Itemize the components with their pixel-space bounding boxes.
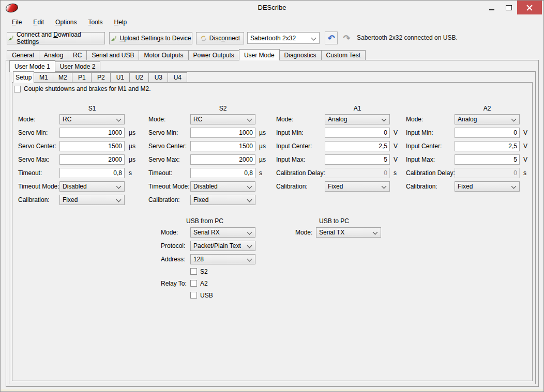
s1-servo-min-label: Servo Min: xyxy=(18,128,48,138)
tab-diagnostics[interactable]: Diagnostics xyxy=(279,50,322,60)
s1-timeout-mode-select[interactable]: Disabled xyxy=(59,181,125,192)
upload-settings-button[interactable]: Upload Settings to Device xyxy=(109,32,192,44)
redo-button[interactable]: ↷ xyxy=(340,32,353,44)
chevron-down-icon xyxy=(247,197,252,202)
a1-input-min-input[interactable] xyxy=(325,128,390,138)
relay-usb-label: USB xyxy=(200,290,213,301)
tab-analog[interactable]: Analog xyxy=(39,50,68,60)
a1-input-max-input[interactable] xyxy=(325,154,390,165)
a2-input-center-label: Input Center: xyxy=(406,141,442,151)
connect-download-button[interactable]: Connect and Download Settings xyxy=(7,32,105,44)
usb-from-mode-select[interactable]: Serial RX xyxy=(190,227,255,238)
a2-input-min-input[interactable] xyxy=(455,128,520,138)
s1-mode-label: Mode: xyxy=(18,114,35,124)
tab-custom-test[interactable]: Custom Test xyxy=(321,50,366,60)
chevron-down-icon xyxy=(247,117,252,122)
a2-calibration-delay-label: Calibration Delay: xyxy=(406,168,455,178)
a2-input-max-unit: V xyxy=(523,154,527,165)
tab-m1[interactable]: M1 xyxy=(34,72,53,82)
tab-rc[interactable]: RC xyxy=(68,50,87,60)
titlebar: DEScribe xyxy=(1,1,543,15)
user-mode-tabstrip: User Mode 1 User Mode 2 xyxy=(9,61,100,71)
undo-icon: ↶ xyxy=(327,33,335,43)
s1-calibration-label: Calibration: xyxy=(18,195,50,205)
a2-mode-select[interactable]: Analog xyxy=(455,114,520,124)
upload-arrow-icon xyxy=(110,35,117,42)
s2-header: S2 xyxy=(190,105,255,112)
s1-servo-max-input[interactable] xyxy=(59,154,125,165)
disconnect-button[interactable]: Disconnect xyxy=(196,32,244,44)
relay-s2-checkbox[interactable] xyxy=(190,268,197,275)
s1-timeout-input[interactable] xyxy=(59,168,125,178)
tab-general[interactable]: General xyxy=(7,50,39,60)
tab-u3[interactable]: U3 xyxy=(148,72,168,82)
menu-options[interactable]: Options xyxy=(50,15,82,30)
relay-usb-checkbox[interactable] xyxy=(190,292,197,299)
relay-a2-checkbox[interactable] xyxy=(190,280,197,287)
redo-icon: ↷ xyxy=(343,33,350,43)
close-button[interactable] xyxy=(517,1,542,14)
s2-timeout-mode-select[interactable]: Disabled xyxy=(190,181,255,192)
tab-p2[interactable]: P2 xyxy=(91,72,111,82)
s1-servo-center-label: Servo Center: xyxy=(18,141,56,151)
a2-header: A2 xyxy=(455,105,520,112)
setup-panel xyxy=(12,82,533,381)
s1-timeout-unit: s xyxy=(129,168,132,178)
s1-timeout-label: Timeout: xyxy=(18,168,42,178)
a1-calibration-delay-input xyxy=(325,168,390,178)
chevron-down-icon xyxy=(511,117,517,122)
s2-servo-max-input[interactable] xyxy=(190,154,255,165)
a1-input-center-input[interactable] xyxy=(325,141,390,151)
s2-servo-center-input[interactable] xyxy=(190,141,255,151)
s1-mode-select[interactable]: RC xyxy=(59,114,125,124)
tab-u2[interactable]: U2 xyxy=(129,72,149,82)
refresh-icon xyxy=(200,35,207,42)
tab-p1[interactable]: P1 xyxy=(72,72,92,82)
tab-serial-and-usb[interactable]: Serial and USB xyxy=(86,50,139,60)
tab-power-outputs[interactable]: Power Outputs xyxy=(188,50,239,60)
tab-user-mode-2[interactable]: User Mode 2 xyxy=(55,61,101,71)
tab-u4[interactable]: U4 xyxy=(168,72,187,82)
tab-m2[interactable]: M2 xyxy=(53,72,72,82)
usb-from-protocol-select[interactable]: Packet/Plain Text xyxy=(190,241,255,251)
couple-shutdowns-checkbox[interactable] xyxy=(14,86,21,92)
usb-to-mode-label: Mode: xyxy=(295,227,312,238)
a2-input-center-input[interactable] xyxy=(455,141,520,151)
a1-input-min-label: Input Min: xyxy=(276,128,304,138)
s2-calibration-select[interactable]: Fixed xyxy=(190,195,255,205)
s1-servo-min-input[interactable] xyxy=(59,128,125,138)
tab-setup[interactable]: Setup xyxy=(13,71,34,83)
usb-from-address-select[interactable]: 128 xyxy=(190,254,255,264)
a1-input-center-label: Input Center: xyxy=(276,141,312,151)
a1-mode-label: Mode: xyxy=(276,114,293,124)
chevron-down-icon xyxy=(247,184,252,189)
maximize-button[interactable] xyxy=(501,1,517,14)
menu-tools[interactable]: Tools xyxy=(82,15,108,30)
menu-help[interactable]: Help xyxy=(108,15,132,30)
tab-user-mode[interactable]: User Mode xyxy=(239,49,280,60)
a1-calibration-select[interactable]: Fixed xyxy=(325,181,390,192)
device-select[interactable]: Sabertooth 2x32 xyxy=(247,32,320,44)
s1-calibration-select[interactable]: Fixed xyxy=(59,195,125,205)
a1-input-min-unit: V xyxy=(394,128,398,138)
tab-u1[interactable]: U1 xyxy=(110,72,130,82)
relay-to-label: Relay To: xyxy=(161,278,187,289)
usb-to-pc-header: USB to PC xyxy=(300,217,368,225)
s2-mode-select[interactable]: RC xyxy=(190,114,255,124)
menu-file[interactable]: File xyxy=(6,15,27,30)
a1-calibration-delay-label: Calibration Delay: xyxy=(276,168,325,178)
s2-servo-min-input[interactable] xyxy=(190,128,255,138)
a2-calibration-select[interactable]: Fixed xyxy=(455,181,520,192)
menu-edit[interactable]: Edit xyxy=(27,15,50,30)
download-arrow-icon xyxy=(7,35,14,42)
tab-motor-outputs[interactable]: Motor Outputs xyxy=(139,50,188,60)
s2-timeout-label: Timeout: xyxy=(148,168,172,178)
a2-input-max-input[interactable] xyxy=(455,154,520,165)
s1-servo-center-input[interactable] xyxy=(59,141,125,151)
undo-button[interactable]: ↶ xyxy=(325,32,338,44)
minimize-button[interactable] xyxy=(483,1,501,14)
a1-mode-select[interactable]: Analog xyxy=(325,114,390,124)
usb-to-mode-select[interactable]: Serial TX xyxy=(316,227,381,238)
s2-timeout-input[interactable] xyxy=(190,168,255,178)
tab-user-mode-1[interactable]: User Mode 1 xyxy=(9,60,55,72)
